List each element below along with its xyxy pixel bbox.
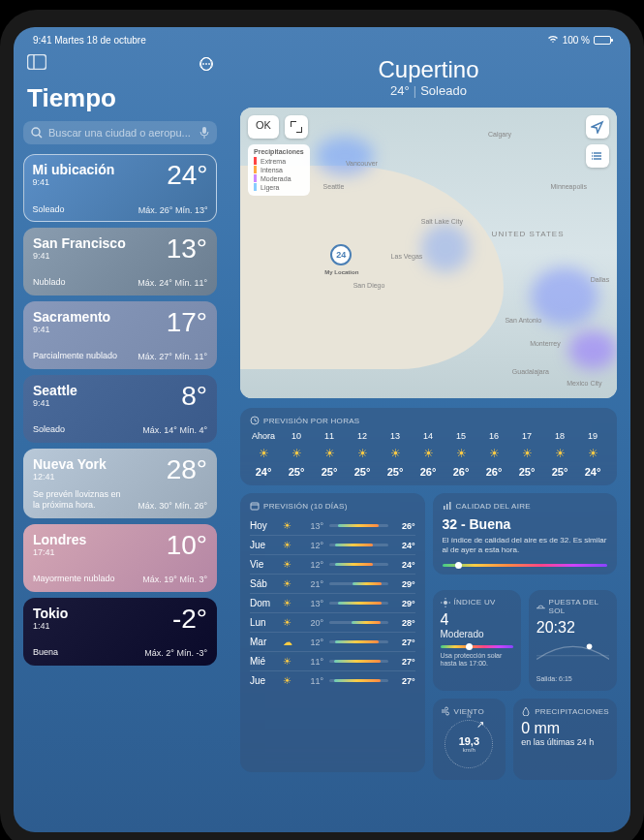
day-low: 11° <box>302 676 323 686</box>
map-locate-button[interactable] <box>586 115 609 139</box>
hour-column: 15 ☀ 26° <box>447 431 475 478</box>
daily-row[interactable]: Jue ☀ 11° 27° <box>250 670 415 690</box>
hour-time: 15 <box>456 431 466 441</box>
hour-time: 13 <box>390 431 400 441</box>
sun-icon: ☀ <box>357 447 368 460</box>
city-temp: 17° <box>167 309 207 336</box>
legend-row: Ligera <box>254 183 304 191</box>
day-name: Mié <box>250 656 277 667</box>
sunset-card[interactable]: PUESTA DEL SOL 20:32 Salida: 6:15 <box>529 590 617 691</box>
precip-value: 0 mm <box>521 720 609 737</box>
hour-column: 19 ☀ 24° <box>579 431 606 478</box>
city-list: Mi ubicación 9:41 24° Soleado Máx. 26° M… <box>23 154 217 666</box>
calendar-icon <box>250 501 260 511</box>
uv-value: 4 <box>441 611 513 629</box>
daily-row[interactable]: Dom ☀ 13° 29° <box>250 593 415 612</box>
weather-icon: ☀ <box>283 578 296 589</box>
city-temp: 8° <box>181 383 207 410</box>
daily-row[interactable]: Lun ☀ 20° 28° <box>250 612 415 632</box>
city-hilo: Máx. 14° Mín. 4° <box>142 425 207 435</box>
map-city-label: Calgary <box>488 131 511 138</box>
city-card[interactable]: Seattle 9:41 8° Soleado Máx. 14° Mín. 4° <box>23 375 217 443</box>
hour-time: 10 <box>291 431 301 441</box>
map-city-label: Minneapolis <box>551 183 587 190</box>
map-city-label: San Diego <box>353 282 385 289</box>
location-header: Cupertino 24°|Soleado <box>240 56 617 98</box>
svg-point-2 <box>32 128 40 136</box>
city-time: 12:41 <box>33 472 107 482</box>
hour-column: 16 ☀ 26° <box>480 431 507 478</box>
map-city-label: Salt Lake City <box>421 218 463 225</box>
weather-icon: ☀ <box>283 617 296 628</box>
map-city-label: Vancouver <box>346 160 378 167</box>
hour-time: 14 <box>423 431 433 441</box>
city-card[interactable]: Mi ubicación 9:41 24° Soleado Máx. 26° M… <box>23 154 217 222</box>
sidebar-title: Tiempo <box>23 79 217 121</box>
search-input[interactable]: Buscar una ciudad o aeropu... <box>23 121 217 144</box>
svg-line-3 <box>39 135 42 138</box>
city-card[interactable]: Tokio 1:41 -2° Buena Máx. 2° Mín. -3° <box>23 598 217 666</box>
daily-forecast-card[interactable]: PREVISIÓN (10 DÍAS) Hoy ☀ 13° 26° Jue ☀ … <box>240 493 425 772</box>
city-hilo: Máx. 27° Mín. 11° <box>138 352 207 361</box>
daily-row[interactable]: Sáb ☀ 21° 29° <box>250 574 415 593</box>
city-hilo: Máx. 24° Mín. 11° <box>138 278 207 288</box>
hour-temp: 26° <box>453 466 470 478</box>
temp-range-bar <box>329 640 388 643</box>
weather-icon: ☀ <box>283 598 296 608</box>
day-low: 13° <box>302 521 323 531</box>
droplet-icon <box>521 706 531 716</box>
map-city-label: Guadalajara <box>512 368 549 375</box>
city-card[interactable]: Nueva York 12:41 28° Se prevén lloviznas… <box>23 449 217 518</box>
map-ok-button[interactable]: OK <box>248 115 279 139</box>
uv-index-card[interactable]: ÍNDICE UV 4 Moderado Usa protección sola… <box>433 590 521 691</box>
day-high: 28° <box>394 618 415 628</box>
day-high: 27° <box>394 676 415 686</box>
city-condition: Nublado <box>33 277 66 288</box>
daily-row[interactable]: Mar ☁ 12° 27° <box>250 632 415 651</box>
aqi-indicator <box>455 562 462 569</box>
wind-card[interactable]: VIENTO N ↗ 19,3 km/h <box>433 699 506 780</box>
temp-range-bar <box>329 582 388 585</box>
hour-temp: 24° <box>585 466 601 478</box>
uv-tip: Usa protección solar hasta las 17:00. <box>441 652 513 669</box>
city-card[interactable]: San Francisco 9:41 13° Nublado Máx. 24° … <box>23 228 217 296</box>
hour-temp: 25° <box>387 466 404 478</box>
day-low: 20° <box>302 618 323 628</box>
daily-row[interactable]: Vie ☀ 12° 24° <box>250 554 415 574</box>
sidebar-toggle-icon[interactable] <box>27 54 46 74</box>
sun-icon: ☀ <box>324 447 335 460</box>
sun-icon: ☀ <box>259 447 269 460</box>
map-layers-button[interactable] <box>586 144 609 168</box>
daily-row[interactable]: Mié ☀ 11° 27° <box>250 651 415 670</box>
city-time: 1:41 <box>33 621 68 631</box>
more-options-icon[interactable] <box>199 57 213 71</box>
city-hilo: Máx. 19° Mín. 3° <box>142 575 207 584</box>
hour-column: 17 ☀ 25° <box>513 431 540 478</box>
hourly-forecast-card[interactable]: PREVISIÓN POR HORAS Ahora ☀ 24° 10 ☀ 25°… <box>240 408 617 485</box>
city-temp: -2° <box>172 606 207 633</box>
city-card[interactable]: Sacramento 9:41 17° Parcialmente nublado… <box>23 301 217 369</box>
aqi-icon <box>443 501 452 511</box>
precipitation-map[interactable]: Calgary Vancouver Seattle Minneapolis Sa… <box>240 108 617 398</box>
list-icon <box>592 150 603 162</box>
hour-column: 14 ☀ 26° <box>414 431 442 478</box>
status-time: 9:41 Martes 18 de octubre <box>33 35 146 46</box>
daily-row[interactable]: Jue ☀ 12° 24° <box>250 535 415 554</box>
sun-icon: ☀ <box>291 447 302 460</box>
air-quality-card[interactable]: CALIDAD DEL AIRE 32 - Buena El índice de… <box>433 493 618 575</box>
hour-time: 11 <box>324 431 334 441</box>
wind-compass: N ↗ 19,3 km/h <box>445 720 493 768</box>
legend-row: Moderada <box>254 174 304 182</box>
daily-row[interactable]: Hoy ☀ 13° 26° <box>250 516 415 535</box>
map-city-label: Mexico City <box>567 380 601 387</box>
day-low: 13° <box>302 599 323 608</box>
sidebar: Tiempo Buscar una ciudad o aeropu... Mi … <box>14 27 227 832</box>
city-time: 9:41 <box>33 398 77 408</box>
sunset-time: 20:32 <box>537 619 609 637</box>
mic-icon[interactable] <box>199 127 209 139</box>
city-card[interactable]: Londres 17:41 10° Mayormente nublado Máx… <box>23 524 217 592</box>
precipitation-card[interactable]: PRECIPITACIONES 0 mm en las últimas 24 h <box>513 699 617 780</box>
location-temp: 24° <box>390 83 410 98</box>
city-condition: Parcialmente nublado <box>33 351 117 361</box>
map-expand-button[interactable] <box>285 115 308 139</box>
